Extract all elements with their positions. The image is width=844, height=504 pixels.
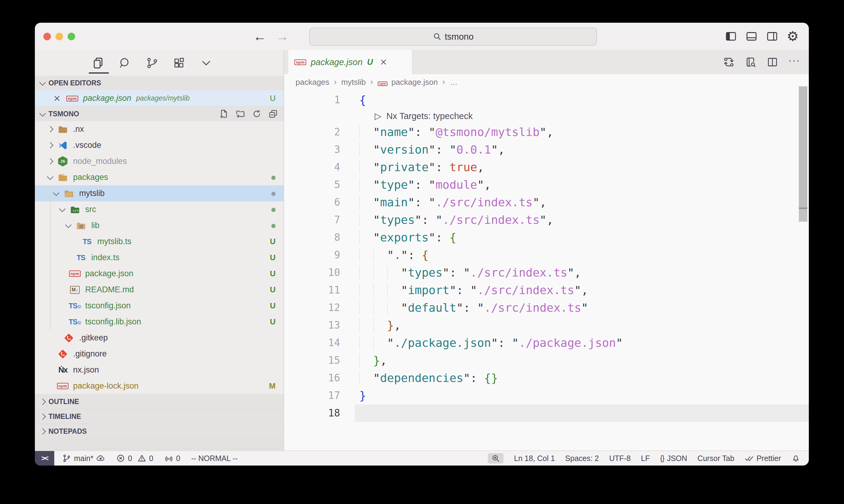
code-line-16[interactable]: 16 "dependencies": {} bbox=[284, 369, 809, 387]
tree-item-mytslib-ts[interactable]: TSmytslib.tsU bbox=[35, 234, 283, 250]
codelens-label[interactable]: Nx Targets: typecheck bbox=[386, 111, 472, 121]
explorer-files-icon[interactable] bbox=[92, 57, 105, 69]
zoom-window-button[interactable] bbox=[68, 33, 75, 40]
close-tab-icon[interactable] bbox=[379, 58, 388, 66]
chevron-right-icon[interactable] bbox=[44, 143, 57, 147]
remote-indicator[interactable]: >< bbox=[35, 451, 54, 466]
workspace-section-header[interactable]: TSMONO bbox=[35, 106, 283, 121]
code-line-9[interactable]: 9 ".": { bbox=[284, 246, 809, 264]
tree-item-tsconfig-json[interactable]: TS⚙tsconfig.jsonU bbox=[35, 298, 283, 314]
navigate-forward-button[interactable]: → bbox=[276, 29, 289, 44]
notifications-status[interactable] bbox=[791, 454, 800, 463]
search-view-icon[interactable] bbox=[119, 57, 132, 69]
more-actions-icon[interactable]: ··· bbox=[788, 60, 800, 64]
code-line-content[interactable]: "types": "./src/index.ts", bbox=[355, 264, 809, 282]
navigate-back-button[interactable]: ← bbox=[253, 29, 266, 44]
code-line-content[interactable]: "import": "./src/index.ts", bbox=[355, 282, 809, 299]
run-target-icon[interactable]: ▷ bbox=[375, 111, 381, 121]
tree-item--vscode[interactable]: .vscode bbox=[35, 137, 283, 153]
tree-item-src[interactable]: </>src bbox=[35, 201, 283, 217]
tree-item-nx-json[interactable]: Ṅxnx.json bbox=[35, 362, 283, 378]
code-editor[interactable]: 1{▷ Nx Targets: typecheck2 "name": "@tsm… bbox=[284, 90, 809, 450]
code-line-13[interactable]: 13 }, bbox=[284, 317, 809, 334]
code-line-content[interactable]: ".": { bbox=[355, 246, 809, 264]
tree-item--nx[interactable]: .nx bbox=[35, 121, 283, 137]
settings-gear-icon[interactable]: ⚙ bbox=[787, 30, 799, 43]
encoding-status[interactable]: UTF-8 bbox=[609, 454, 631, 463]
code-line-2[interactable]: 2 "name": "@tsmono/mytslib", bbox=[284, 123, 809, 141]
code-line-content[interactable]: "exports": { bbox=[355, 229, 809, 246]
code-line-content[interactable]: "version": "0.0.1", bbox=[355, 141, 809, 158]
code-line-15[interactable]: 15 }, bbox=[284, 352, 809, 369]
timeline-section-header[interactable]: TIMELINE bbox=[35, 409, 283, 424]
code-line-8[interactable]: 8 "exports": { bbox=[284, 229, 809, 246]
vim-mode-indicator[interactable]: -- NORMAL -- bbox=[191, 454, 238, 463]
open-editors-header[interactable]: OPEN EDITORS bbox=[35, 76, 283, 90]
chevron-down-icon[interactable] bbox=[44, 176, 57, 179]
breadcrumb-item[interactable]: mytslib bbox=[341, 77, 366, 87]
chevron-down-icon[interactable] bbox=[62, 224, 75, 227]
toggle-primary-sidebar-icon[interactable] bbox=[725, 30, 737, 43]
tree-item-mytslib[interactable]: mytslib bbox=[35, 185, 283, 201]
outline-section-header[interactable]: OUTLINE bbox=[35, 394, 283, 409]
split-editor-icon[interactable] bbox=[767, 56, 778, 68]
code-line-10[interactable]: 10 "types": "./src/index.ts", bbox=[284, 264, 809, 282]
collapse-folders-icon[interactable] bbox=[268, 109, 278, 119]
close-editor-icon[interactable] bbox=[52, 94, 62, 103]
tab-package-json[interactable]: npm package.json U bbox=[288, 50, 412, 74]
search-editor-icon[interactable] bbox=[744, 56, 757, 68]
more-views-chevron-icon[interactable] bbox=[200, 57, 212, 69]
refresh-explorer-icon[interactable] bbox=[252, 109, 262, 119]
command-center-search[interactable]: tsmono bbox=[309, 28, 597, 46]
code-line-content[interactable]: { bbox=[355, 91, 809, 109]
code-line-1[interactable]: 1{ bbox=[284, 91, 809, 109]
tree-item-lib[interactable]: lib bbox=[35, 217, 283, 234]
code-line-12[interactable]: 12 "default": "./src/index.ts" bbox=[284, 299, 809, 317]
close-window-button[interactable] bbox=[44, 33, 51, 40]
tree-item-readme-md[interactable]: M↓README.mdU bbox=[35, 282, 283, 298]
code-line-content[interactable]: "dependencies": {} bbox=[355, 369, 809, 387]
eol-status[interactable]: LF bbox=[641, 454, 650, 463]
code-line-3[interactable]: 3 "version": "0.0.1", bbox=[284, 141, 809, 158]
code-line-content[interactable]: } bbox=[355, 387, 809, 404]
breadcrumb-item[interactable]: package.json bbox=[391, 77, 438, 87]
code-line-content[interactable]: }, bbox=[355, 352, 809, 369]
chevron-down-icon[interactable] bbox=[55, 208, 69, 211]
source-control-icon[interactable] bbox=[146, 57, 158, 69]
code-line-18[interactable]: 18 bbox=[284, 404, 809, 422]
code-line-content[interactable] bbox=[355, 404, 809, 422]
minimize-window-button[interactable] bbox=[55, 33, 63, 40]
toggle-secondary-sidebar-icon[interactable] bbox=[766, 30, 778, 43]
toggle-panel-icon[interactable] bbox=[745, 30, 758, 43]
code-line-7[interactable]: 7 "types": "./src/index.ts", bbox=[284, 211, 809, 229]
breadcrumb-item[interactable]: packages bbox=[296, 77, 329, 87]
code-line-6[interactable]: 6 "main": "./src/index.ts", bbox=[284, 194, 809, 211]
notepads-section-header[interactable]: NOTEPADS bbox=[35, 424, 283, 438]
code-line-11[interactable]: 11 "import": "./src/index.ts", bbox=[284, 282, 809, 299]
tree-item-tsconfig-lib-json[interactable]: TS⚙tsconfig.lib.jsonU bbox=[35, 314, 283, 330]
chevron-right-icon[interactable] bbox=[44, 127, 57, 131]
tree-item--gitkeep[interactable]: .gitkeep bbox=[35, 330, 283, 346]
cursor-position-status[interactable]: Ln 18, Col 1 bbox=[514, 454, 555, 463]
code-line-content[interactable]: "private": true, bbox=[355, 158, 809, 176]
chevron-down-icon[interactable] bbox=[49, 192, 63, 195]
tree-item-node-modules[interactable]: JSnode_modules bbox=[35, 153, 283, 169]
open-changes-icon[interactable] bbox=[723, 56, 735, 68]
code-line-4[interactable]: 4 "private": true, bbox=[284, 158, 809, 176]
code-line-content[interactable]: "default": "./src/index.ts" bbox=[355, 299, 809, 317]
breadcrumb-item[interactable]: … bbox=[450, 77, 458, 87]
language-mode-status[interactable]: {} JSON bbox=[660, 454, 687, 463]
codelens-nx-targets[interactable]: ▷ Nx Targets: typecheck bbox=[284, 109, 809, 123]
tree-item-index-ts[interactable]: TSindex.tsU bbox=[35, 250, 283, 266]
code-line-content[interactable]: "type": "module", bbox=[355, 176, 809, 194]
chevron-right-icon[interactable] bbox=[44, 159, 57, 164]
code-line-17[interactable]: 17} bbox=[284, 387, 809, 404]
tree-item--gitignore[interactable]: .gitignore bbox=[35, 346, 283, 362]
extensions-icon[interactable] bbox=[173, 57, 186, 69]
cursor-tab-status[interactable]: Cursor Tab bbox=[697, 454, 735, 463]
new-file-icon[interactable] bbox=[219, 109, 229, 119]
formatter-status[interactable]: Prettier bbox=[744, 454, 781, 463]
open-editor-item[interactable]: npm package.json packages/mytslib U bbox=[35, 90, 283, 106]
code-line-5[interactable]: 5 "type": "module", bbox=[284, 176, 809, 194]
code-line-content[interactable]: "name": "@tsmono/mytslib", bbox=[355, 123, 809, 141]
